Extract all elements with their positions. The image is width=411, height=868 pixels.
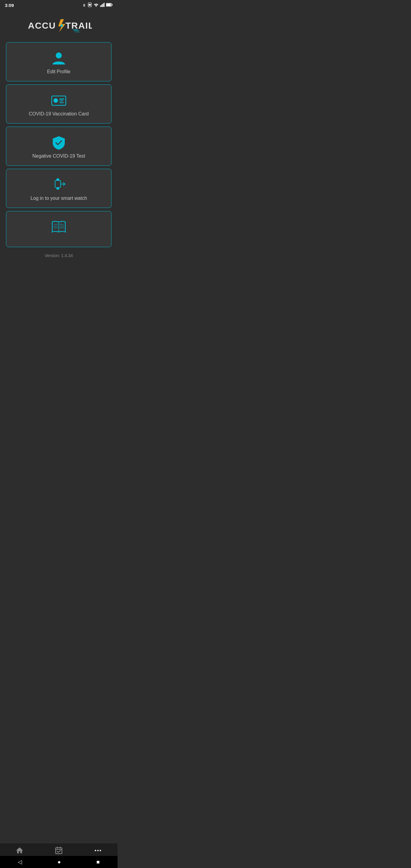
status-icons: ⏸ — [82, 2, 113, 8]
covid-vaccination-card[interactable]: COVID-19 Vaccination Card — [6, 84, 112, 124]
svg-text:ACCU: ACCU — [28, 21, 56, 30]
svg-rect-6 — [103, 3, 104, 7]
status-time: 3:09 — [5, 3, 14, 8]
svg-rect-25 — [56, 179, 59, 181]
smartwatch-icon — [51, 178, 66, 193]
book-icon — [51, 219, 66, 234]
edit-profile-card[interactable]: Edit Profile — [6, 42, 112, 82]
more-icon — [94, 846, 102, 857]
svg-point-18 — [56, 53, 62, 59]
negative-covid-card[interactable]: Negative COVID-19 Test — [6, 127, 112, 166]
svg-rect-9 — [106, 4, 111, 6]
shield-check-icon — [51, 135, 66, 150]
android-nav: ◁ ● ■ — [0, 856, 118, 868]
status-bar: 3:09 ⏸ — [0, 0, 118, 10]
smartwatch-login-label: Log in to your smart watch — [30, 195, 87, 201]
main-content: Edit Profile COVID-19 Vaccination Card N… — [0, 39, 118, 868]
svg-rect-10 — [112, 4, 113, 5]
svg-line-31 — [54, 228, 58, 228]
svg-point-39 — [95, 850, 96, 851]
svg-rect-24 — [55, 180, 61, 188]
svg-rect-22 — [59, 100, 63, 101]
app-logo: ACCU TRAIL — [26, 17, 92, 35]
svg-rect-21 — [59, 98, 64, 99]
id-card-icon — [51, 93, 66, 108]
svg-rect-3 — [100, 5, 101, 7]
wifi-icon — [93, 3, 99, 8]
edit-profile-label: Edit Profile — [47, 69, 70, 74]
version-text: Version: 1.4.34 — [6, 250, 112, 259]
svg-line-33 — [60, 226, 64, 226]
svg-rect-23 — [59, 102, 64, 103]
calendar-check-icon — [55, 846, 63, 857]
logo-area: ACCU TRAIL — [0, 10, 118, 39]
svg-rect-35 — [56, 848, 62, 854]
signal-icon — [100, 3, 105, 8]
svg-point-17 — [61, 24, 63, 27]
media-icon: ⏸ — [82, 3, 86, 7]
svg-point-2 — [96, 6, 96, 7]
svg-line-34 — [60, 228, 64, 228]
manual-card[interactable] — [6, 211, 112, 247]
svg-line-32 — [60, 224, 64, 224]
battery-icon — [106, 3, 113, 7]
smartwatch-login-card[interactable]: Log in to your smart watch — [6, 169, 112, 208]
svg-rect-26 — [56, 187, 59, 190]
recent-button[interactable]: ■ — [96, 859, 100, 865]
svg-rect-5 — [102, 4, 102, 7]
svg-rect-7 — [104, 3, 104, 7]
back-button[interactable]: ◁ — [18, 859, 22, 865]
covid-vaccination-label: COVID-19 Vaccination Card — [29, 111, 89, 117]
person-icon — [51, 51, 66, 66]
svg-point-40 — [97, 850, 99, 851]
svg-rect-1 — [89, 4, 91, 5]
home-button[interactable]: ● — [58, 859, 61, 865]
svg-rect-4 — [101, 5, 101, 7]
svg-point-20 — [54, 98, 58, 103]
svg-text:TRAIL: TRAIL — [65, 21, 92, 30]
sim-icon — [87, 2, 92, 8]
svg-line-29 — [54, 224, 58, 224]
negative-covid-label: Negative COVID-19 Test — [33, 153, 85, 159]
home-icon — [15, 846, 24, 857]
svg-line-30 — [54, 226, 58, 226]
svg-point-41 — [100, 850, 101, 851]
